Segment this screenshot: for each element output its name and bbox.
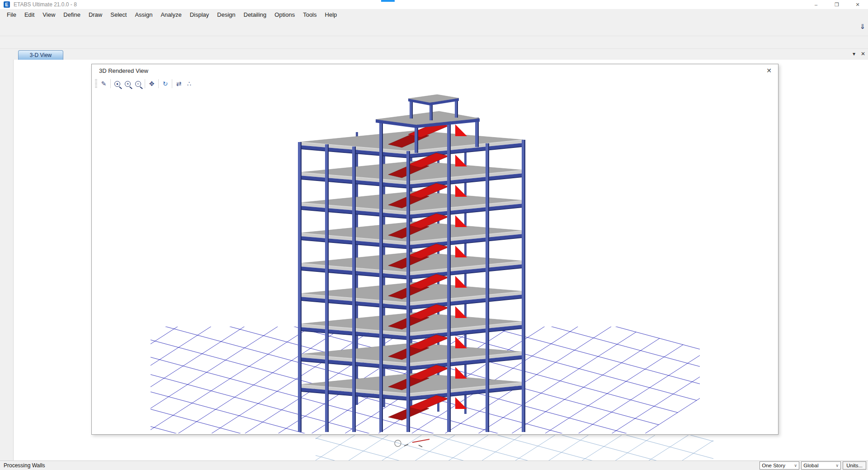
- menu-display[interactable]: Display: [186, 10, 213, 19]
- menu-bar: FileEditViewDefineDrawSelectAssignAnalyz…: [0, 9, 868, 20]
- app-logo: E: [4, 1, 10, 8]
- separator: [172, 79, 172, 88]
- background-plan-grid: [316, 435, 713, 461]
- separator: [110, 79, 111, 88]
- taskbar-peek: [381, 0, 395, 2]
- tray-download-icon[interactable]: ⇓: [859, 23, 865, 31]
- units-button[interactable]: Units...: [843, 461, 866, 470]
- title-bar: E ETABS Ultimate 21.0.0 - 8 –❐✕: [0, 0, 868, 9]
- render-move-building-button[interactable]: ⇄: [174, 79, 184, 89]
- menu-define[interactable]: Define: [59, 10, 85, 19]
- render-pencil-button[interactable]: ✎: [99, 79, 108, 89]
- view-tab-bar: 3-D View ▾✕: [0, 49, 868, 60]
- separator: [158, 79, 159, 88]
- menu-analyze[interactable]: Analyze: [156, 10, 185, 19]
- toolbar-grip: [95, 79, 97, 88]
- menu-assign[interactable]: Assign: [131, 10, 156, 19]
- story-select[interactable]: One Story∨: [760, 461, 799, 470]
- close-view-button[interactable]: ✕: [861, 51, 865, 57]
- tab-3d-view[interactable]: 3-D View: [18, 50, 63, 60]
- restore-button[interactable]: ❐: [826, 0, 847, 9]
- menu-select[interactable]: Select: [106, 10, 131, 19]
- secondary-toolbar: [0, 36, 868, 49]
- separator: [145, 79, 145, 88]
- floating-window-title: 3D Rendered View: [99, 67, 148, 74]
- tab-bar-controls: ▾✕: [853, 51, 865, 57]
- view-list-dropdown[interactable]: ▾: [853, 51, 855, 57]
- rendered-building-model[interactable]: [92, 90, 778, 433]
- floating-window-3d-rendered-view[interactable]: 3D Rendered View ✕ ✎●+−✥↻⇄∴: [91, 64, 778, 435]
- menu-file[interactable]: File: [3, 10, 20, 19]
- window-controls: –❐✕: [806, 0, 868, 9]
- floating-window-titlebar[interactable]: 3D Rendered View ✕: [92, 64, 778, 77]
- main-toolbar: [0, 20, 868, 36]
- render-rotate-button[interactable]: ↻: [160, 79, 170, 89]
- menu-design[interactable]: Design: [213, 10, 239, 19]
- status-controls: One Story∨ Global∨ Units...: [760, 461, 868, 470]
- status-message: Processing Walls: [0, 462, 45, 469]
- render-window-toolbar: ✎●+−✥↻⇄∴: [92, 77, 778, 90]
- menu-options[interactable]: Options: [270, 10, 299, 19]
- menu-help[interactable]: Help: [321, 10, 341, 19]
- menu-tools[interactable]: Tools: [299, 10, 321, 19]
- menu-edit[interactable]: Edit: [20, 10, 38, 19]
- menu-draw[interactable]: Draw: [85, 10, 106, 19]
- chevron-down-icon: ∨: [794, 463, 797, 468]
- app-title: ETABS Ultimate 21.0.0 - 8: [14, 1, 77, 8]
- render-walkthrough-button[interactable]: ∴: [184, 79, 194, 89]
- minimize-button[interactable]: –: [806, 0, 826, 9]
- draw-toolbar: [0, 60, 14, 461]
- menu-view[interactable]: View: [38, 10, 59, 19]
- render-pan-button[interactable]: ✥: [147, 79, 156, 89]
- floating-window-close-icon[interactable]: ✕: [764, 67, 774, 74]
- render-zoom-in-button[interactable]: +: [123, 79, 132, 89]
- coordinate-system-select[interactable]: Global∨: [801, 461, 841, 470]
- render-zoom-out-button[interactable]: −: [133, 79, 143, 89]
- chevron-down-icon: ∨: [836, 463, 839, 468]
- render-zoom-button[interactable]: ●: [113, 79, 122, 89]
- menu-detailing[interactable]: Detailing: [240, 10, 271, 19]
- close-button[interactable]: ✕: [847, 0, 868, 9]
- status-bar: Processing Walls One Story∨ Global∨ Unit…: [0, 461, 868, 470]
